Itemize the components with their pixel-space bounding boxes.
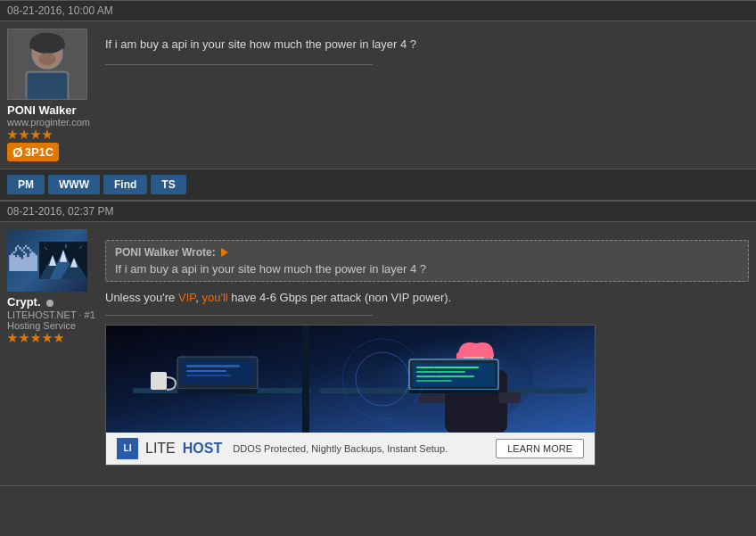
- www-button[interactable]: WWW: [48, 175, 100, 194]
- post-2-timestamp: 08-21-2016, 02:37 PM: [0, 201, 756, 222]
- svg-point-4: [29, 33, 64, 54]
- ad-host-text: HOST: [183, 441, 222, 457]
- ad-lite-text: LITE: [145, 441, 176, 457]
- svg-rect-27: [186, 375, 231, 376]
- svg-rect-41: [416, 371, 465, 373]
- learn-more-button[interactable]: LEARN MORE: [496, 439, 584, 458]
- post-2: 08-21-2016, 02:37 PM: [0, 201, 756, 486]
- quote-header: PONI Walker Wrote:: [115, 246, 739, 259]
- username: PONI Walker: [7, 103, 77, 117]
- svg-rect-39: [413, 363, 495, 386]
- svg-point-6: [38, 53, 56, 65]
- svg-rect-42: [416, 375, 474, 377]
- find-button[interactable]: Find: [103, 175, 147, 194]
- post-1-content: If i am buy a api in your site how much …: [105, 29, 749, 161]
- avatar: [7, 29, 87, 100]
- svg-rect-28: [302, 326, 309, 433]
- svg-rect-7: [28, 73, 68, 100]
- svg-rect-40: [416, 367, 479, 368]
- crypt-username: Crypt.: [7, 295, 53, 309]
- epic-badge: Ø 3P1C: [7, 143, 59, 161]
- post-2-sidebar: Crypt. LITEHOST.NET · #1 Hosting Service: [7, 229, 96, 478]
- user-stars: [7, 129, 53, 140]
- svg-rect-25: [186, 365, 240, 367]
- post-1: 08-21-2016, 10:00 AM: [0, 0, 756, 201]
- ad-logo-icon: LI: [117, 438, 138, 459]
- ad-tagline: DDOS Protected, Nightly Backups, Instant…: [233, 443, 489, 454]
- pm-button[interactable]: PM: [7, 175, 45, 194]
- divider: [105, 64, 373, 65]
- quote-author: PONI Walker Wrote:: [115, 246, 216, 259]
- crypt-stars: [7, 333, 64, 343]
- crypt-avatar: [7, 229, 87, 292]
- ad-banner: LI LITE HOST DDOS Protected, Nightly Bac…: [105, 325, 596, 466]
- svg-rect-24: [177, 389, 258, 393]
- post-1-sidebar: PONI Walker www.proginter.com Ø 3P1C: [7, 29, 96, 161]
- reply-message: Unless you're VIP, you'll have 4-6 Gbps …: [105, 289, 749, 308]
- user-title: LITEHOST.NET · #1 Hosting Service: [7, 309, 96, 331]
- svg-rect-5: [29, 44, 64, 49]
- svg-rect-21: [151, 372, 167, 390]
- svg-rect-37: [498, 392, 521, 403]
- post-1-actions: PM WWW Find TS: [0, 169, 756, 200]
- ts-button[interactable]: TS: [151, 175, 185, 194]
- svg-rect-26: [186, 370, 226, 372]
- highlight-youll: you'll: [201, 291, 227, 304]
- quote-box: PONI Walker Wrote: If i am buy a api in …: [105, 240, 749, 282]
- svg-rect-23: [181, 360, 254, 385]
- svg-rect-43: [416, 380, 452, 382]
- highlight-vip: VIP: [178, 291, 195, 304]
- ad-image: [106, 326, 596, 433]
- post-2-content: PONI Walker Wrote: If i am buy a api in …: [105, 229, 749, 478]
- user-website: www.proginter.com: [7, 117, 90, 128]
- post-1-timestamp: 08-21-2016, 10:00 AM: [0, 0, 756, 21]
- svg-rect-44: [409, 390, 498, 393]
- quote-text: If i am buy a api in your site how much …: [115, 262, 739, 276]
- online-indicator: [46, 300, 53, 307]
- post-message: If i am buy a api in your site how much …: [105, 32, 749, 57]
- ad-bottom-bar: LI LITE HOST DDOS Protected, Nightly Bac…: [106, 433, 595, 465]
- reply-divider: [105, 315, 373, 316]
- quote-arrow-icon: [221, 248, 228, 257]
